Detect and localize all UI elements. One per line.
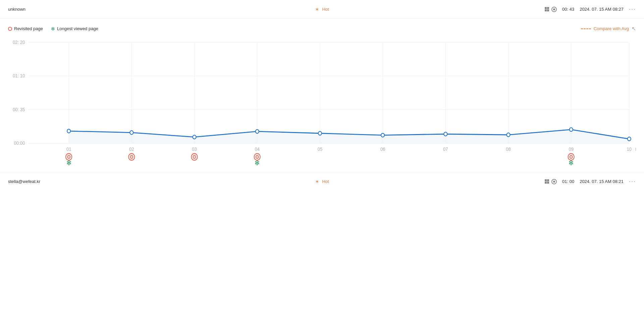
compare-label: Compare with Avg <box>594 26 629 31</box>
windows-icon <box>545 7 549 12</box>
dashed-line-icon <box>581 28 591 29</box>
svg-point-24 <box>381 133 384 137</box>
svg-text:00: 35: 00: 35 <box>13 107 25 112</box>
hot-sun-icon: ☀ <box>315 7 319 12</box>
svg-text:08: 08 <box>506 146 511 152</box>
svg-text:✻: ✻ <box>569 159 574 166</box>
svg-text:05: 05 <box>318 146 323 152</box>
svg-point-19 <box>67 129 70 133</box>
svg-text:00:00: 00:00 <box>14 140 25 146</box>
svg-point-54 <box>571 156 572 157</box>
footer-center: ☀ Hot <box>315 179 329 184</box>
svg-text:Page: Page <box>635 147 636 152</box>
svg-text:01: 01 <box>66 146 71 152</box>
chart-container: 02: 20 01: 10 00: 35 00:00 <box>8 39 636 166</box>
footer-chrome-icon <box>551 179 557 184</box>
revisited-dot-icon <box>8 27 12 31</box>
svg-point-25 <box>444 132 447 136</box>
legend-longest: ✻ Longest viewed page <box>51 26 98 32</box>
footer-hot-sun-icon: ☀ <box>315 179 319 184</box>
svg-text:✻: ✻ <box>66 159 71 166</box>
svg-point-27 <box>570 128 573 131</box>
header-row: unknown ☀ Hot 00: 43 2024. 07. 15 AM 08:… <box>0 0 644 19</box>
hot-label: Hot <box>322 7 329 12</box>
svg-text:06: 06 <box>380 146 385 152</box>
session-time: 00: 43 <box>562 7 574 12</box>
svg-text:04: 04 <box>255 146 260 152</box>
svg-text:✻: ✻ <box>255 159 260 166</box>
chart-section: Revisited page ✻ Longest viewed page Com… <box>0 19 644 169</box>
header-right: 00: 43 2024. 07. 15 AM 08:27 ··· <box>545 6 636 13</box>
footer-windows-icon <box>545 179 549 184</box>
svg-point-42 <box>68 156 69 157</box>
more-button[interactable]: ··· <box>629 6 636 13</box>
svg-text:10: 10 <box>627 146 632 152</box>
revisited-label: Revisited page <box>14 26 43 31</box>
legend-compare[interactable]: Compare with Avg ↖ <box>581 25 636 32</box>
footer-os-icons <box>545 179 557 184</box>
svg-point-21 <box>193 135 196 139</box>
legend-row: Revisited page ✻ Longest viewed page Com… <box>8 25 636 32</box>
legend-revisited: Revisited page <box>8 26 43 31</box>
footer-right: 01: 00 2024. 07. 15 AM 08:21 ··· <box>545 178 636 185</box>
os-icons <box>545 7 557 12</box>
line-chart: 02: 20 01: 10 00: 35 00:00 <box>8 39 636 166</box>
footer-more-button[interactable]: ··· <box>629 178 636 185</box>
footer-session-time: 01: 00 <box>562 179 574 184</box>
longest-star-icon: ✻ <box>51 26 55 32</box>
svg-text:02: 02 <box>129 146 134 152</box>
footer-title: stella@wefeat.kr <box>8 179 62 184</box>
svg-text:03: 03 <box>192 146 197 152</box>
svg-text:09: 09 <box>569 146 574 152</box>
session-date: 2024. 07. 15 AM 08:27 <box>580 7 624 12</box>
svg-text:07: 07 <box>443 146 448 152</box>
footer-row: stella@wefeat.kr ☀ Hot 01: 00 2024. 07. … <box>0 172 644 191</box>
svg-text:01: 10: 01: 10 <box>13 73 25 79</box>
footer-session-date: 2024. 07. 15 AM 08:21 <box>580 179 624 184</box>
svg-point-22 <box>256 130 259 133</box>
svg-point-20 <box>130 131 133 134</box>
longest-label: Longest viewed page <box>57 26 98 31</box>
svg-point-23 <box>318 131 322 135</box>
svg-point-26 <box>507 133 510 137</box>
cursor-icon: ↖ <box>632 25 636 32</box>
svg-point-28 <box>628 137 631 141</box>
footer-hot-label: Hot <box>322 179 329 184</box>
user-title: unknown <box>8 7 62 12</box>
chrome-icon <box>551 7 557 12</box>
svg-text:02: 20: 02: 20 <box>13 39 25 45</box>
svg-point-48 <box>194 156 195 157</box>
svg-point-51 <box>257 156 258 157</box>
header-center: ☀ Hot <box>315 7 329 12</box>
svg-point-45 <box>131 156 132 157</box>
